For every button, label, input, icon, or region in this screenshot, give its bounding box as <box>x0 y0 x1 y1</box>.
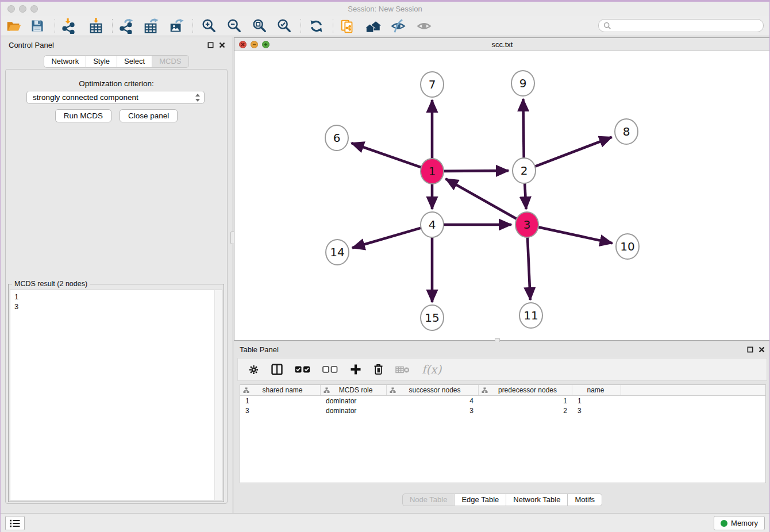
delete-row-icon[interactable] <box>374 364 383 375</box>
apply-layout-icon[interactable] <box>307 17 325 34</box>
task-history-button[interactable] <box>5 516 25 530</box>
table-row[interactable]: 1 dominator 4 1 1 <box>240 396 765 406</box>
column-header-mcds-role[interactable]: MCDS role <box>321 385 387 395</box>
tab-network[interactable]: Network <box>44 55 86 68</box>
main-titlebar: Session: New Session <box>1 2 769 16</box>
column-header-name[interactable]: name <box>572 385 621 395</box>
float-table-panel-icon[interactable] <box>746 346 753 353</box>
tab-node-table[interactable]: Node Table <box>402 494 455 506</box>
graph-edge-2-8[interactable] <box>535 137 612 167</box>
close-panel-icon[interactable] <box>218 41 225 48</box>
application-window: Session: New Session <box>0 0 770 532</box>
zoom-out-icon[interactable] <box>225 17 242 34</box>
cell-mcds-role[interactable]: dominator <box>321 397 387 405</box>
unselect-all-columns-icon[interactable] <box>322 366 338 373</box>
optimization-select[interactable]: strongly connected component <box>26 91 205 104</box>
control-panel-title: Control Panel <box>9 41 54 49</box>
table-toolbar: f(x) <box>237 358 767 381</box>
mcds-panel-frame: Optimization criterion: strongly connect… <box>5 69 228 504</box>
table-options-icon[interactable] <box>248 364 259 375</box>
select-all-columns-icon[interactable] <box>295 366 310 373</box>
export-table-icon[interactable] <box>143 17 160 34</box>
table-panel-title: Table Panel <box>240 345 279 354</box>
cell-successor-nodes[interactable]: 4 <box>387 397 479 405</box>
graph-edge-3-10[interactable] <box>538 227 613 243</box>
table-tabs: Node Table Edge Table Network Table Moti… <box>234 494 770 506</box>
graph-node-label-9: 9 <box>519 76 527 90</box>
graph-node-label-1: 1 <box>429 164 436 178</box>
tab-style[interactable]: Style <box>86 55 117 68</box>
graph-node-label-14: 14 <box>330 245 344 259</box>
hide-selected-icon[interactable] <box>390 17 407 34</box>
graph-node-label-15: 15 <box>425 311 439 325</box>
graph-node-label-6: 6 <box>333 131 341 145</box>
node-table[interactable]: shared name MCDS role successor nodes pr… <box>240 384 766 483</box>
float-panel-icon[interactable] <box>207 41 214 48</box>
function-builder-icon: f(x) <box>422 364 441 375</box>
show-columns-icon[interactable] <box>271 364 283 375</box>
memory-button[interactable]: Memory <box>714 516 765 530</box>
graph-node-label-3: 3 <box>523 218 531 232</box>
graph-edge-3-1[interactable] <box>446 179 517 219</box>
cell-successor-nodes[interactable]: 3 <box>387 407 479 415</box>
graph-edge-2-3[interactable] <box>525 182 526 209</box>
tab-select[interactable]: Select <box>117 55 152 68</box>
run-mcds-button[interactable]: Run MCDS <box>55 109 111 122</box>
network-window-titlebar[interactable]: scc.txt <box>234 38 770 51</box>
export-image-icon[interactable] <box>168 17 185 34</box>
cell-mcds-role[interactable]: dominator <box>321 407 387 415</box>
zoom-fit-icon[interactable] <box>251 17 268 34</box>
graph-edge-2-9[interactable] <box>523 99 523 159</box>
tab-network-table[interactable]: Network Table <box>506 494 568 506</box>
result-scrollbar[interactable] <box>214 290 222 500</box>
zoom-in-icon[interactable] <box>200 17 217 34</box>
optimization-label: Optimization criterion: <box>6 79 227 88</box>
graph-node-label-11: 11 <box>523 309 538 322</box>
search-icon <box>603 22 611 30</box>
import-network-icon[interactable] <box>60 17 77 34</box>
show-selected-icon[interactable] <box>415 17 433 34</box>
close-table-panel-icon[interactable] <box>758 346 765 353</box>
column-header-predecessor-nodes[interactable]: predecessor nodes <box>479 385 572 395</box>
table-header: shared name MCDS role successor nodes pr… <box>240 385 765 396</box>
cell-name[interactable]: 3 <box>572 407 621 415</box>
search-input[interactable] <box>598 19 764 32</box>
save-session-icon[interactable] <box>29 17 46 34</box>
cell-shared-name[interactable]: 3 <box>240 407 321 415</box>
cell-name[interactable]: 1 <box>572 397 621 405</box>
close-panel-button[interactable]: Close panel <box>120 109 178 122</box>
session-title: Session: New Session <box>1 5 769 13</box>
mcds-result-textarea[interactable]: 1 3 <box>10 290 222 500</box>
tab-mcds[interactable]: MCDS <box>152 55 188 68</box>
hierarchy-icon <box>243 387 249 394</box>
network-window: scc.txt 1234678910111415 <box>234 37 770 341</box>
export-network-icon[interactable] <box>117 17 134 34</box>
tab-edge-table[interactable]: Edge Table <box>455 494 506 506</box>
import-table-icon[interactable] <box>87 17 105 34</box>
cell-shared-name[interactable]: 1 <box>240 397 321 405</box>
graph-node-label-10: 10 <box>620 240 634 253</box>
table-row[interactable]: 3 dominator 3 2 3 <box>240 406 765 415</box>
open-session-icon[interactable] <box>5 17 22 34</box>
zoom-selected-icon[interactable] <box>275 17 292 34</box>
cell-predecessor-nodes[interactable]: 2 <box>479 407 572 415</box>
list-icon <box>9 519 21 528</box>
cell-predecessor-nodes[interactable]: 1 <box>479 397 572 405</box>
control-panel: Control Panel Network Style Select MCDS … <box>1 37 232 513</box>
network-canvas[interactable]: 1234678910111415 <box>234 51 770 340</box>
tab-motifs[interactable]: Motifs <box>568 494 602 506</box>
column-header-shared-name[interactable]: shared name <box>240 385 321 395</box>
hierarchy-icon <box>324 387 330 394</box>
graph-edge-4-14[interactable] <box>352 228 421 248</box>
table-panel: Table Panel <box>234 342 770 513</box>
graph-edge-1-6[interactable] <box>351 143 421 167</box>
graph-edge-3-11[interactable] <box>528 236 530 300</box>
column-header-successor-nodes[interactable]: successor nodes <box>387 385 479 395</box>
graph-node-label-2: 2 <box>521 164 528 178</box>
graph-edge-1-2[interactable] <box>444 171 509 171</box>
show-all-networks-icon[interactable] <box>364 17 382 34</box>
delete-table-icon <box>395 365 410 374</box>
clone-network-icon[interactable] <box>339 17 356 34</box>
add-row-icon[interactable] <box>350 364 361 375</box>
toolbar-separator <box>55 19 55 33</box>
